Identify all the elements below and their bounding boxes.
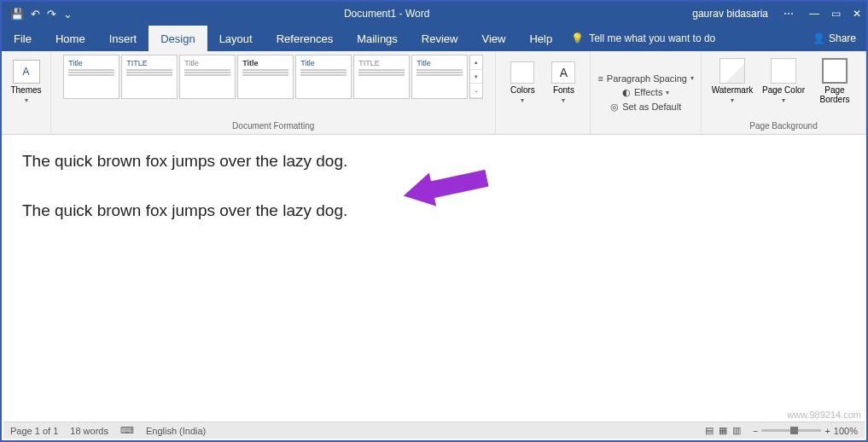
status-bar: Page 1 of 1 18 words ⌨ English (India) ▤… — [3, 422, 865, 439]
tell-me-label: Tell me what you want to do — [589, 32, 715, 44]
web-layout-icon[interactable]: ▥ — [732, 425, 741, 436]
themes-icon: A — [13, 60, 40, 84]
lightbulb-icon: 💡 — [571, 32, 584, 44]
view-buttons: ▤ ▦ ▥ — [705, 425, 741, 436]
watermark-icon — [719, 58, 745, 84]
fonts-icon: A — [551, 61, 575, 84]
quick-access-toolbar: 💾 ↶ ↷ ⌄ — [2, 8, 81, 20]
zoom-in-button[interactable]: + — [824, 426, 830, 436]
qat-customize-icon[interactable]: ⌄ — [63, 8, 73, 20]
style-set-7[interactable]: Title — [411, 55, 468, 99]
window-controls: — ▭ ✕ — [809, 8, 861, 20]
paragraph-spacing-button[interactable]: ≡Paragraph Spacing▾ — [597, 73, 694, 84]
ribbon: A Themes ▾ Title TITLE Title Title Title… — [2, 51, 866, 135]
redo-icon[interactable]: ↷ — [47, 8, 56, 20]
tab-insert[interactable]: Insert — [97, 26, 149, 51]
tab-view[interactable]: View — [469, 26, 517, 51]
undo-icon[interactable]: ↶ — [31, 8, 40, 20]
language-indicator[interactable]: English (India) — [146, 426, 206, 436]
style-set-3[interactable]: Title — [179, 55, 236, 99]
themes-button[interactable]: A Themes ▾ — [3, 55, 50, 104]
page-indicator[interactable]: Page 1 of 1 — [10, 426, 58, 436]
tab-layout[interactable]: Layout — [207, 26, 265, 51]
watermark-button[interactable]: Watermark▾ — [708, 55, 756, 104]
language-icon: ⌨ — [120, 425, 134, 436]
formatting-options: ≡Paragraph Spacing▾ ◐Effects▾ ◎Set as De… — [591, 51, 702, 134]
style-set-6[interactable]: TITLE — [353, 55, 410, 99]
page-background-group: Watermark▾ Page Color▾ Page Borders Page… — [702, 51, 866, 134]
default-icon: ◎ — [610, 102, 619, 113]
read-mode-icon[interactable]: ▤ — [705, 425, 714, 436]
minimize-button[interactable]: — — [809, 8, 819, 20]
style-set-more[interactable]: ▴▾⌄ — [469, 55, 483, 99]
close-button[interactable]: ✕ — [853, 8, 861, 20]
zoom-level[interactable]: 100% — [834, 426, 858, 436]
document-formatting-group: Title TITLE Title Title Title TITLE Titl… — [51, 51, 496, 134]
style-set-1[interactable]: Title — [63, 55, 119, 99]
tab-design[interactable]: Design — [149, 26, 207, 51]
tell-me-search[interactable]: 💡 Tell me what you want to do — [571, 32, 715, 44]
save-icon[interactable]: 💾 — [10, 8, 24, 20]
tab-file[interactable]: File — [2, 26, 44, 51]
effects-button[interactable]: ◐Effects▾ — [622, 87, 669, 98]
share-icon: 👤 — [813, 32, 825, 44]
zoom-out-button[interactable]: − — [753, 426, 758, 436]
page-borders-button[interactable]: Page Borders — [811, 55, 859, 104]
user-name[interactable]: gaurav bidasaria — [692, 8, 768, 20]
tab-mailings[interactable]: Mailings — [345, 26, 410, 51]
maximize-button[interactable]: ▭ — [831, 8, 841, 20]
zoom-slider[interactable] — [761, 429, 821, 432]
style-set-4[interactable]: Title — [237, 55, 294, 99]
tab-home[interactable]: Home — [44, 26, 97, 51]
ribbon-tabs: File Home Insert Design Layout Reference… — [2, 26, 866, 51]
ribbon-options-icon[interactable]: ⋯ — [784, 8, 794, 20]
word-count[interactable]: 18 words — [70, 426, 108, 436]
tab-review[interactable]: Review — [410, 26, 470, 51]
tab-help[interactable]: Help — [517, 26, 564, 51]
title-bar: 💾 ↶ ↷ ⌄ Document1 - Word gaurav bidasari… — [2, 2, 866, 26]
colors-button[interactable]: Colors▾ — [503, 56, 542, 104]
share-button[interactable]: 👤 Share — [813, 32, 866, 44]
style-set-5[interactable]: Title — [295, 55, 352, 99]
document-title: Document1 - Word — [81, 8, 692, 20]
paragraph-spacing-icon: ≡ — [597, 73, 603, 84]
effects-icon: ◐ — [622, 87, 631, 98]
set-as-default-button[interactable]: ◎Set as Default — [610, 102, 681, 113]
style-set-2[interactable]: TITLE — [121, 55, 178, 99]
colors-icon — [510, 61, 534, 84]
tab-references[interactable]: References — [265, 26, 345, 51]
page-color-button[interactable]: Page Color▾ — [760, 55, 807, 104]
fonts-button[interactable]: A Fonts▾ — [544, 56, 583, 104]
print-layout-icon[interactable]: ▦ — [719, 425, 727, 436]
page-color-icon — [771, 58, 796, 84]
page-borders-icon — [822, 58, 848, 84]
